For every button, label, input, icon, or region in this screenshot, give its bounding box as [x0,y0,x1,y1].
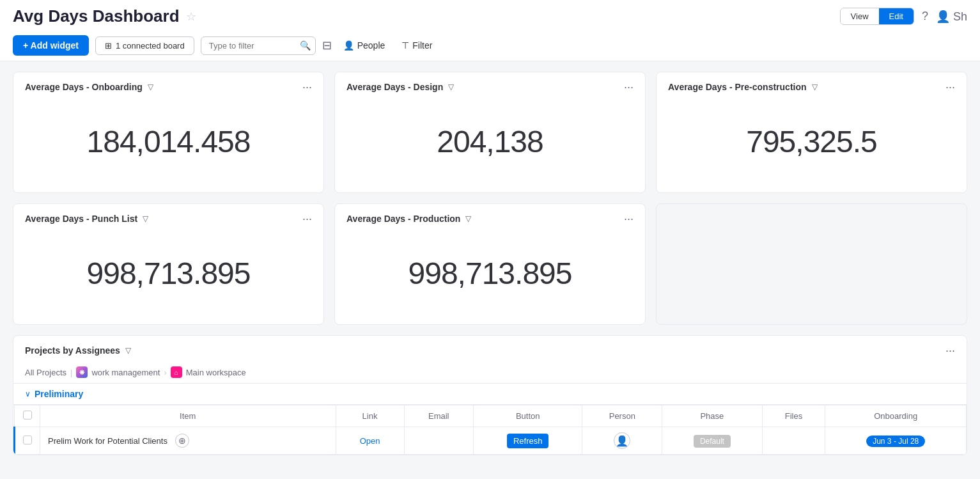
main-content: Average Days - Onboarding ▽ ··· 184,014.… [0,61,980,470]
widget-title-preconstruction: Average Days - Pre-construction [668,82,807,92]
widget-header-onboarding: Average Days - Onboarding ▽ ··· [25,81,312,93]
filter-icon-punchlist[interactable]: ▽ [143,214,148,223]
more-button-design[interactable]: ··· [624,81,634,93]
connected-board-icon: ⊞ [105,41,112,51]
widget-value-onboarding: 184,014.458 [25,99,312,184]
people-icon: 👤 [343,40,354,51]
col-person: Person [582,405,662,427]
edit-button[interactable]: Edit [879,8,914,24]
widget-design: Average Days - Design ▽ ··· 204,138 [334,72,646,193]
onboarding-badge: Jun 3 - Jul 28 [866,436,925,447]
row-link[interactable]: Open [360,436,380,446]
header-checkbox[interactable] [23,411,32,420]
widget-production: Average Days - Production ▽ ··· 998,713.… [334,203,646,325]
row-checkbox[interactable] [23,436,32,444]
more-button-punchlist[interactable]: ··· [302,213,312,224]
people-button[interactable]: 👤 People [338,38,391,53]
more-button-onboarding[interactable]: ··· [302,81,312,93]
filter-icon-production[interactable]: ▽ [465,214,471,223]
refresh-button[interactable]: Refresh [507,434,549,448]
col-item: Item [40,405,336,427]
widget-empty [656,203,967,325]
table-row: Prelim Work for Potential Clients ⊕ Open… [15,427,967,455]
widget-header-punchlist: Average Days - Punch List ▽ ··· [25,213,312,224]
col-email: Email [404,405,473,427]
filter-input[interactable] [201,36,316,55]
widget-preconstruction: Average Days - Pre-construction ▽ ··· 79… [656,72,967,193]
row-item-label: Prelim Work for Potential Clients [48,436,167,446]
top-bar: Avg Days Dashboard ☆ View Edit ? 👤 Sh [0,0,980,30]
breadcrumb-sep1: | [70,368,72,377]
filter-icon: ⊤ [401,40,409,51]
filter-label: Filter [412,40,432,51]
widget-value-preconstruction: 795,325.5 [668,99,955,184]
widget-onboarding: Average Days - Onboarding ▽ ··· 184,014.… [13,72,324,193]
widget-header-design: Average Days - Design ▽ ··· [346,81,634,93]
row-phase-cell: Default [662,427,762,455]
widget-header-preconstruction: Average Days - Pre-construction ▽ ··· [668,81,955,93]
filter-icon-projects[interactable]: ▽ [125,346,131,355]
save-icon[interactable]: ⊟ [322,38,332,52]
row-email [404,427,473,455]
col-link: Link [336,405,404,427]
row-onboarding-cell: Jun 3 - Jul 28 [825,427,967,455]
toolbar: + Add widget ⊞ 1 connected board 🔍 ⊟ 👤 P… [0,30,980,61]
row-files [762,427,825,455]
help-icon[interactable]: ? [922,10,928,23]
row-button-cell: Refresh [473,427,582,455]
more-button-preconstruction[interactable]: ··· [945,81,955,93]
widget-punchlist: Average Days - Punch List ▽ ··· 998,713.… [13,203,324,325]
widget-title-punchlist: Average Days - Punch List [25,214,137,224]
search-icon: 🔍 [300,40,311,51]
projects-header: Projects by Assignees ▽ ··· [13,336,967,363]
star-icon[interactable]: ☆ [186,10,196,24]
widget-grid-mid: Average Days - Punch List ▽ ··· 998,713.… [13,203,967,325]
view-edit-group: View Edit [840,8,914,25]
main-workspace-icon: ⌂ [171,366,182,378]
row-person-cell: 👤 [582,427,662,455]
add-widget-button[interactable]: + Add widget [13,35,89,56]
main-workspace-label: Main workspace [186,368,246,377]
widget-title-production: Average Days - Production [346,214,460,224]
col-checkbox [15,405,40,427]
col-phase: Phase [662,405,762,427]
work-management-icon: ❋ [76,366,88,378]
phase-badge: Default [694,435,731,448]
work-management-label: work management [91,368,160,377]
user-icon[interactable]: 👤 Sh [936,10,967,24]
widget-header-production: Average Days - Production ▽ ··· [346,213,634,224]
filter-icon-design[interactable]: ▽ [448,82,454,91]
projects-title: Projects by Assignees [25,345,120,356]
projects-widget: Projects by Assignees ▽ ··· All Projects… [13,335,967,455]
people-label: People [357,40,385,51]
col-onboarding: Onboarding [825,405,967,427]
connected-board-button[interactable]: ⊞ 1 connected board [95,36,194,55]
breadcrumb: All Projects | ❋ work management › ⌂ Mai… [13,363,967,384]
col-button: Button [473,405,582,427]
projects-table: Item Link Email Button Person Phase File… [13,405,967,455]
widget-title-design: Average Days - Design [346,82,443,92]
top-bar-left: Avg Days Dashboard ☆ [13,6,196,26]
connected-board-label: 1 connected board [116,41,185,51]
person-avatar: 👤 [614,432,630,449]
view-button[interactable]: View [841,8,879,24]
preliminary-row: ∨ Preliminary [13,384,967,405]
widget-value-punchlist: 998,713.895 [25,231,312,315]
widget-value-production: 998,713.895 [346,231,634,315]
dashboard-title: Avg Days Dashboard [13,6,180,26]
table-header-row: Item Link Email Button Person Phase File… [15,405,967,427]
widget-value-design: 204,138 [346,99,634,184]
row-checkbox-cell [15,427,40,455]
add-item-icon[interactable]: ⊕ [175,434,189,448]
widget-grid-top: Average Days - Onboarding ▽ ··· 184,014.… [13,72,967,193]
chevron-down-icon[interactable]: ∨ [25,389,31,398]
filter-icon-onboarding[interactable]: ▽ [148,82,153,91]
row-link-cell: Open [336,427,404,455]
more-button-production[interactable]: ··· [624,213,634,224]
filter-button[interactable]: ⊤ Filter [396,38,437,53]
filter-icon-preconstruction[interactable]: ▽ [812,82,818,91]
preliminary-label: Preliminary [35,389,83,399]
all-projects-label: All Projects [25,368,66,377]
filter-input-wrap: 🔍 [201,36,316,55]
more-button-projects[interactable]: ··· [945,345,955,356]
